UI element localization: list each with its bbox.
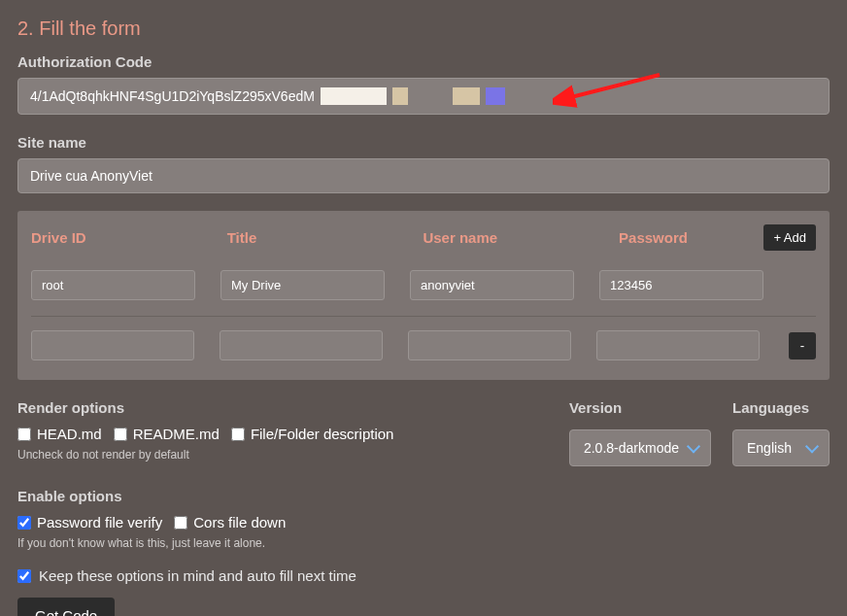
drive-pass-header: Password: [619, 229, 763, 246]
enable-hint: If you don't know what is this, just lea…: [17, 536, 830, 550]
keep-options-checkbox[interactable]: [17, 569, 31, 583]
redaction-block: [453, 87, 480, 105]
readme-md-checkbox[interactable]: README.md: [114, 426, 220, 442]
file-desc-checkbox-input[interactable]: [231, 428, 245, 441]
version-value: 2.0.8-darkmode: [584, 440, 679, 456]
password-verify-checkbox-input[interactable]: [17, 516, 31, 530]
site-name-label: Site name: [17, 134, 830, 151]
redaction-block: [486, 87, 505, 105]
svg-line-0: [567, 75, 660, 98]
drive-row: [31, 264, 816, 306]
drive-id-input[interactable]: [31, 270, 195, 300]
auth-code-label: Authorization Code: [17, 53, 830, 70]
drive-user-input[interactable]: [410, 270, 574, 300]
drive-title-input[interactable]: [220, 330, 383, 360]
get-code-button[interactable]: Get Code: [17, 598, 115, 616]
languages-value: English: [747, 440, 792, 456]
drive-pass-input[interactable]: [596, 330, 760, 360]
languages-select[interactable]: English: [732, 429, 830, 466]
auth-code-value: 4/1AdQt8qhkHNF4SgU1D2iYqBslZ295xV6edM: [30, 88, 315, 104]
remove-drive-button[interactable]: -: [789, 332, 816, 359]
languages-label: Languages: [732, 399, 830, 416]
password-verify-label: Password file verify: [37, 514, 162, 530]
drive-id-input[interactable]: [31, 330, 194, 360]
add-drive-button[interactable]: + Add: [763, 224, 816, 251]
readme-md-label: README.md: [133, 426, 220, 442]
password-verify-checkbox[interactable]: Password file verify: [17, 514, 162, 530]
head-md-checkbox[interactable]: HEAD.md: [17, 426, 102, 442]
drive-pass-input[interactable]: [599, 270, 763, 300]
drive-user-header: User name: [423, 229, 593, 246]
enable-options-heading: Enable options: [17, 488, 830, 504]
file-desc-checkbox[interactable]: File/Folder description: [231, 426, 394, 442]
cors-checkbox[interactable]: Cors file down: [174, 514, 286, 530]
annotation-arrow-icon: [553, 73, 669, 121]
auth-code-input[interactable]: 4/1AdQt8qhkHNF4SgU1D2iYqBslZ295xV6edM: [17, 78, 830, 115]
head-md-checkbox-input[interactable]: [17, 428, 31, 441]
drive-title-input[interactable]: [220, 270, 385, 300]
drive-title-header: Title: [227, 229, 398, 246]
file-desc-label: File/Folder description: [251, 426, 394, 442]
cors-label: Cors file down: [193, 514, 286, 530]
site-name-input[interactable]: [17, 158, 830, 193]
drive-user-input[interactable]: [408, 330, 571, 360]
version-select[interactable]: 2.0.8-darkmode: [569, 429, 711, 466]
version-label: Version: [569, 399, 711, 416]
drive-row: -: [31, 316, 816, 366]
drives-panel: Drive ID Title User name Password + Add …: [17, 211, 830, 380]
readme-md-checkbox-input[interactable]: [114, 428, 127, 441]
render-hint: Uncheck do not render by default: [17, 448, 552, 462]
redaction-block: [321, 87, 387, 105]
head-md-label: HEAD.md: [37, 426, 102, 442]
cors-checkbox-input[interactable]: [174, 516, 187, 530]
section-heading: 2. Fill the form: [17, 17, 830, 40]
drive-id-header: Drive ID: [31, 229, 202, 246]
redaction-block: [392, 87, 408, 105]
keep-options-label: Keep these options in mind and auto fill…: [39, 567, 356, 584]
render-options-heading: Render options: [17, 399, 552, 416]
